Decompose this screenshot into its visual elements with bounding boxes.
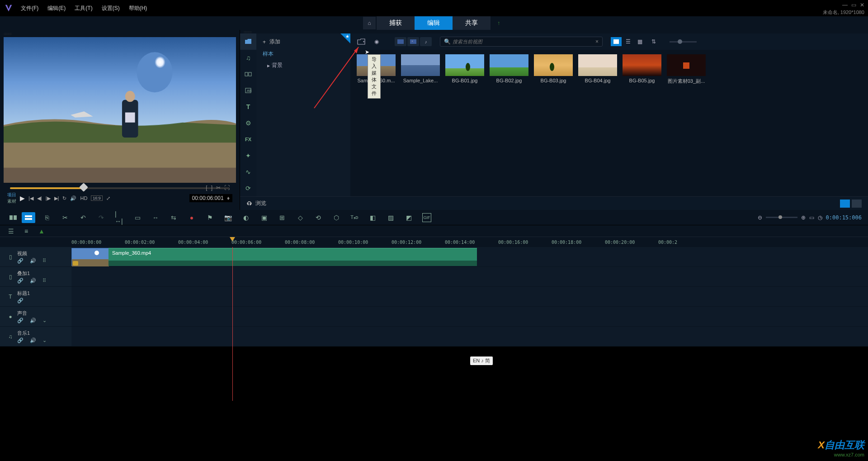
sidebar-reload-icon[interactable]: ⟳ <box>240 180 256 196</box>
media-item[interactable]: BG-B03.jpg <box>534 54 573 192</box>
sidebar-gear-icon[interactable]: ⚙ <box>240 115 256 131</box>
menu-file[interactable]: 文件(F) <box>21 5 38 12</box>
playhead-line[interactable] <box>232 247 233 401</box>
clear-search-icon[interactable]: × <box>595 38 599 45</box>
track-link-icon[interactable]: 🔗 <box>17 337 24 343</box>
filter-image-icon[interactable] <box>407 37 419 46</box>
gif-icon[interactable]: GIF <box>422 213 431 222</box>
pin-icon[interactable]: ★ <box>345 34 349 39</box>
track-volume-icon[interactable]: 🔊 <box>30 337 36 343</box>
volume-button[interactable]: 🔊 <box>70 195 76 201</box>
track-link-icon[interactable]: 🔗 <box>17 298 24 304</box>
blend-icon[interactable]: ◐ <box>241 213 250 222</box>
track-body[interactable] <box>71 287 868 306</box>
track-body[interactable]: Sample_360.mp4 <box>71 247 868 266</box>
timeline-clip[interactable]: Sample_360.mp4 <box>71 248 477 266</box>
undo-icon[interactable]: ↶ <box>79 213 88 222</box>
filter-audio-icon[interactable]: ♪ <box>420 37 432 46</box>
add-folder-button[interactable]: + 添加 <box>256 35 350 48</box>
expand-icon[interactable]: ⛶ <box>224 185 230 191</box>
track-fx-grid-icon[interactable]: ⠿ <box>42 278 46 284</box>
color-icon[interactable]: ◧ <box>368 213 377 222</box>
sidebar-folder-icon[interactable] <box>240 33 256 50</box>
menu-tools[interactable]: 工具(T) <box>75 5 92 12</box>
track-type-icon[interactable]: ▯ <box>4 249 17 265</box>
copy-attrs-icon[interactable]: ⎘ <box>42 213 52 222</box>
grid-small-icon[interactable] <box>852 200 862 208</box>
track-type-icon[interactable]: ● <box>4 309 17 324</box>
timeline-mode-button[interactable] <box>22 212 35 223</box>
track-chevron-icon[interactable]: ⌄ <box>42 318 47 323</box>
slip-icon[interactable]: ⇆ <box>169 213 178 222</box>
maximize-button[interactable]: ▭ <box>851 2 856 8</box>
preview-viewport[interactable] <box>4 37 236 183</box>
motion-icon[interactable]: ⬡ <box>332 213 341 222</box>
track-list-icon[interactable]: ≡ <box>22 227 31 236</box>
media-item[interactable]: BG-B04.jpg <box>578 54 617 192</box>
sidebar-curve-icon[interactable]: ∿ <box>240 164 256 180</box>
mode-material-label[interactable]: 素材 <box>7 198 16 204</box>
sidebar-music-icon[interactable]: ♫ <box>240 50 256 66</box>
track-type-icon[interactable]: ▯ <box>4 269 17 285</box>
marker-icon[interactable]: ⚑ <box>205 213 214 222</box>
media-item[interactable]: Sample_Lake... <box>401 54 440 192</box>
zoom-out-icon[interactable]: ⊖ <box>758 214 762 221</box>
thumbnail-size-slider[interactable] <box>670 41 697 43</box>
go-end-button[interactable]: ▶| <box>54 195 59 201</box>
stretch-icon[interactable]: ↔ <box>151 213 160 222</box>
fit-icon[interactable]: ▭ <box>809 214 814 221</box>
mode-project-label[interactable]: 项目 <box>7 192 16 198</box>
view-list-icon[interactable]: ☰ <box>623 37 633 46</box>
mark-out-icon[interactable]: ] <box>211 185 212 191</box>
import-media-button[interactable]: ➤ 导入媒体文件 <box>355 36 368 47</box>
menu-edit[interactable]: 编辑(E) <box>47 5 66 12</box>
track-expand-icon[interactable]: ▲ <box>37 227 46 236</box>
track-type-icon[interactable]: T <box>4 289 17 304</box>
media-item[interactable]: BG-B01.jpg <box>445 54 484 192</box>
menu-help[interactable]: 帮助(H) <box>129 5 147 12</box>
step-fwd-button[interactable]: |▶ <box>46 195 51 201</box>
zoom-in-icon[interactable]: ⊕ <box>801 214 806 221</box>
tab-share[interactable]: 共享 <box>453 16 491 30</box>
play-button[interactable]: ▶ <box>20 195 25 202</box>
sidebar-fx-icon[interactable]: FX <box>240 131 256 147</box>
track-volume-icon[interactable]: 🔊 <box>30 258 36 264</box>
track-link-icon[interactable]: 🔗 <box>17 258 24 264</box>
track-volume-icon[interactable]: 🔊 <box>30 278 36 284</box>
upload-button[interactable]: ↑ <box>492 17 505 29</box>
sidebar-title-icon[interactable]: T <box>240 99 256 115</box>
close-button[interactable]: ✕ <box>860 2 864 8</box>
menu-settings[interactable]: 设置(S) <box>102 5 120 12</box>
sidebar-textblock-icon[interactable]: AB <box>240 82 256 99</box>
track-type-icon[interactable]: ♫ <box>4 328 17 344</box>
rotate-icon[interactable]: ⟲ <box>314 213 323 222</box>
sidebar-transition-icon[interactable] <box>240 66 256 82</box>
grid-icon[interactable]: ⊞ <box>278 213 287 222</box>
track-body[interactable] <box>71 267 868 286</box>
track-link-icon[interactable]: 🔗 <box>17 278 24 284</box>
media-item[interactable]: BG-B05.jpg <box>623 54 661 192</box>
bracket-icon[interactable]: |↔| <box>115 213 124 222</box>
filter-video-icon[interactable] <box>395 37 406 46</box>
sidebar-magic-icon[interactable]: ✦ <box>240 147 256 164</box>
track-body[interactable] <box>71 307 868 326</box>
track-chevron-icon[interactable]: ⌄ <box>42 337 47 343</box>
media-item[interactable]: 图片素材03_副... <box>667 54 706 192</box>
panel-drag-handle[interactable]: :::::::: <box>240 30 868 33</box>
keyframe-icon[interactable]: ◇ <box>296 213 305 222</box>
redo-icon[interactable]: ↷ <box>97 213 106 222</box>
panel-drag-handle[interactable]: :::::::: <box>2 32 238 35</box>
timeline-ruler[interactable]: 00:00:00:0000:00:02:0000:00:04:0000:00:0… <box>71 237 868 247</box>
loop-button[interactable]: ↻ <box>62 195 66 201</box>
folder-small-icon[interactable] <box>840 200 850 208</box>
record-icon[interactable]: ● <box>187 213 196 222</box>
disc-import-icon[interactable]: ◉ <box>370 36 383 47</box>
view-large-icon[interactable] <box>611 37 622 46</box>
camera-icon[interactable]: 📷 <box>223 213 232 222</box>
track-link-icon[interactable]: 🔗 <box>17 318 24 323</box>
track-options-icon[interactable]: ☰ <box>6 227 15 236</box>
aspect-label[interactable]: 16:9 <box>91 195 103 201</box>
mask-icon[interactable]: ▨ <box>386 213 395 222</box>
scissors-icon[interactable]: ✂ <box>216 185 221 191</box>
clock-icon[interactable]: ◷ <box>818 214 822 221</box>
